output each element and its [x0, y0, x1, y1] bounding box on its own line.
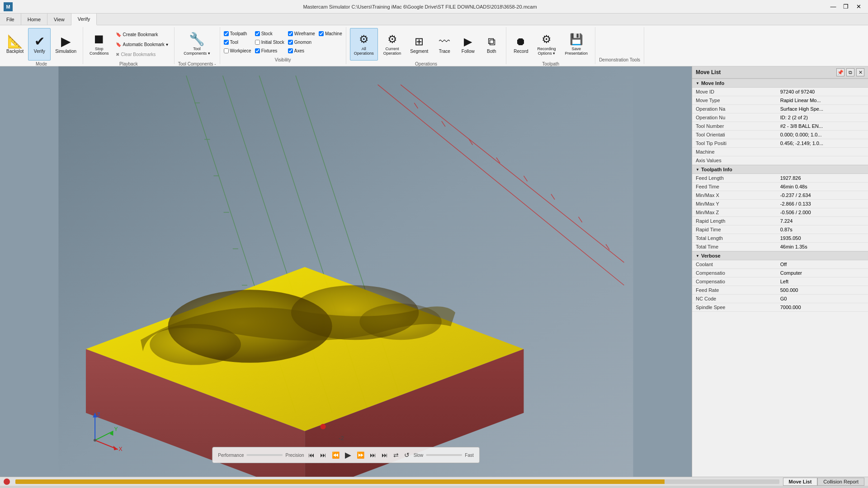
progress-track[interactable]	[15, 479, 779, 484]
both-button[interactable]: ⧉ Both	[481, 28, 502, 61]
operations-group: ⚙ AllOperations ⚙ CurrentOperation ⊞ Seg…	[346, 27, 507, 64]
save-presentation-button[interactable]: 💾 SavePresentation	[561, 28, 592, 61]
table-row: Min/Max Y -2.866 / 0.133	[692, 200, 868, 208]
prec-label: Precision	[285, 453, 304, 458]
speed-slider[interactable]	[426, 454, 462, 456]
step-fwd-button[interactable]: ⏩	[355, 451, 366, 459]
recording-options-button[interactable]: ⚙ RecordingOptions ▾	[534, 28, 560, 61]
trace-button[interactable]: 〰 Trace	[434, 28, 455, 61]
panel-float-button[interactable]: ⧉	[846, 68, 854, 76]
toolpath-info-triangle: ▼	[696, 168, 699, 172]
visibility-group: Toolpath Tool Workpiece Stock Initial St…	[220, 27, 346, 64]
restore-button[interactable]: ❐	[840, 2, 852, 11]
toolpath-group: ⏺ Record ⚙ RecordingOptions ▾ 💾 SavePres…	[506, 27, 595, 64]
move-info-header[interactable]: ▼ Move Info	[692, 79, 868, 88]
create-bookmark-button[interactable]: 🔖 Create Bookmark	[113, 30, 170, 39]
performance-slider[interactable]	[246, 454, 283, 456]
main-area: Z X Y -2 Perform	[0, 66, 868, 477]
backplot-icon: 📐	[7, 35, 23, 48]
svg-point-39	[321, 424, 326, 429]
trace-icon: 〰	[439, 35, 450, 48]
axes-checkbox[interactable]: Axes	[288, 47, 315, 55]
machine-checkbox[interactable]: Machine	[319, 30, 342, 38]
verbose-triangle: ▼	[696, 254, 699, 258]
move-info-title: Move Info	[701, 80, 724, 86]
toolpath-info-table: Feed Length 1927.826 Feed Time 46min 0.4…	[692, 174, 868, 251]
clear-bookmarks-icon: ✖	[116, 52, 119, 57]
visibility-label: Visibility	[275, 57, 291, 63]
minimize-button[interactable]: —	[827, 2, 839, 11]
tab-home[interactable]: Home	[21, 14, 47, 25]
table-row: Feed Length 1927.826	[692, 174, 868, 183]
step-fwd-op-button[interactable]: ⏭	[368, 451, 377, 459]
fast-label: Fast	[465, 453, 473, 458]
play-button[interactable]: ▶	[344, 450, 353, 460]
stock-checkbox[interactable]: Stock	[255, 30, 284, 38]
collision-report-tab[interactable]: Collision Report	[817, 478, 864, 486]
tab-verify[interactable]: Verify	[71, 14, 97, 25]
record-icon: ⏺	[515, 35, 526, 48]
step-back-button[interactable]: ⏪	[330, 451, 341, 459]
close-button[interactable]: ✕	[853, 2, 864, 11]
toolpath-checkbox[interactable]: Toolpath	[224, 30, 251, 38]
verify-icon: ✔	[34, 35, 45, 48]
tool-components-button[interactable]: 🔧 ToolComponents ▾	[181, 28, 213, 61]
rewind-all-button[interactable]: ⏮	[307, 451, 316, 459]
auto-bookmark-icon: 🔖	[116, 42, 121, 47]
viewport[interactable]: Z X Y -2 Perform	[0, 66, 692, 477]
save-presentation-icon: 💾	[570, 33, 583, 46]
move-list-tab[interactable]: Move List	[783, 478, 818, 486]
toolpath-info-header[interactable]: ▼ Toolpath Info	[692, 165, 868, 174]
table-row: Compensatio Computer	[692, 269, 868, 277]
initial-stock-checkbox[interactable]: Initial Stock	[255, 38, 284, 47]
loop-button[interactable]: ⇄	[392, 451, 400, 459]
follow-button[interactable]: ▶ Follow	[457, 28, 479, 61]
backplot-button[interactable]: 📐 Backplot	[4, 28, 26, 61]
table-row: NC Code G0	[692, 295, 868, 303]
move-info-triangle: ▼	[696, 81, 699, 85]
both-icon: ⧉	[488, 35, 495, 48]
table-row: Feed Rate 500.000	[692, 286, 868, 295]
svg-point-37	[94, 439, 96, 441]
fwd-all-button[interactable]: ⏭	[380, 451, 389, 459]
tab-view[interactable]: View	[47, 14, 71, 25]
table-row: Coolant Off	[692, 260, 868, 269]
progress-tabs: Move List Collision Report	[783, 478, 864, 486]
table-row: Total Time 46min 1.35s	[692, 243, 868, 251]
current-operation-button[interactable]: ⚙ CurrentOperation	[380, 28, 405, 61]
step-back-op-button[interactable]: ⏭	[319, 451, 328, 459]
simulation-button[interactable]: ▶ Simulation	[52, 28, 79, 61]
progress-dot	[4, 479, 10, 485]
table-row: Move ID 97240 of 97240	[692, 88, 868, 96]
table-row: Operation Nu ID: 2 (2 of 2)	[692, 113, 868, 122]
wireframe-checkbox[interactable]: Wireframe	[288, 30, 315, 38]
clear-bookmarks-button[interactable]: ✖ Clear Bookmarks	[113, 50, 170, 59]
recording-options-icon: ⚙	[542, 33, 552, 46]
ribbon-tabs: File Home View Verify	[0, 14, 868, 25]
record-button[interactable]: ⏺ Record	[510, 28, 532, 61]
all-operations-button[interactable]: ⚙ AllOperations	[350, 28, 378, 61]
workpiece-checkbox[interactable]: Workpiece	[224, 47, 251, 55]
verbose-header[interactable]: ▼ Verbose	[692, 251, 868, 260]
table-row: Compensatio Left	[692, 277, 868, 286]
move-info-table: Move ID 97240 of 97240 Move Type Rapid L…	[692, 88, 868, 165]
verify-button[interactable]: ✔ Verify	[28, 28, 51, 61]
table-row: Min/Max X -0.237 / 2.634	[692, 191, 868, 200]
svg-text:Z: Z	[97, 412, 100, 418]
fixtures-checkbox[interactable]: Fixtures	[255, 47, 284, 55]
segment-button[interactable]: ⊞ Segment	[406, 28, 432, 61]
svg-text:-2: -2	[339, 435, 344, 441]
panel-pin-button[interactable]: 📌	[836, 68, 844, 76]
panel-title: Move List	[696, 69, 721, 75]
demo-tools-group: Demonstration Tools	[595, 27, 644, 64]
refresh-button[interactable]: ↺	[403, 451, 411, 459]
auto-bookmark-button[interactable]: 🔖 Automatic Bookmark ▾	[113, 40, 170, 49]
panel-content: ▼ Move Info Move ID 97240 of 97240 Move …	[692, 79, 868, 477]
tool-checkbox[interactable]: Tool	[224, 38, 251, 47]
panel-close-button[interactable]: ✕	[856, 68, 864, 76]
playback-group: ⏹ StopConditions 🔖 Create Bookmark 🔖 Aut…	[83, 27, 175, 64]
stop-conditions-button[interactable]: ⏹ StopConditions	[87, 28, 112, 61]
gnomon-checkbox[interactable]: Gnomon	[288, 38, 315, 47]
tab-file[interactable]: File	[0, 14, 21, 25]
scene-svg: Z X Y -2	[0, 66, 692, 477]
